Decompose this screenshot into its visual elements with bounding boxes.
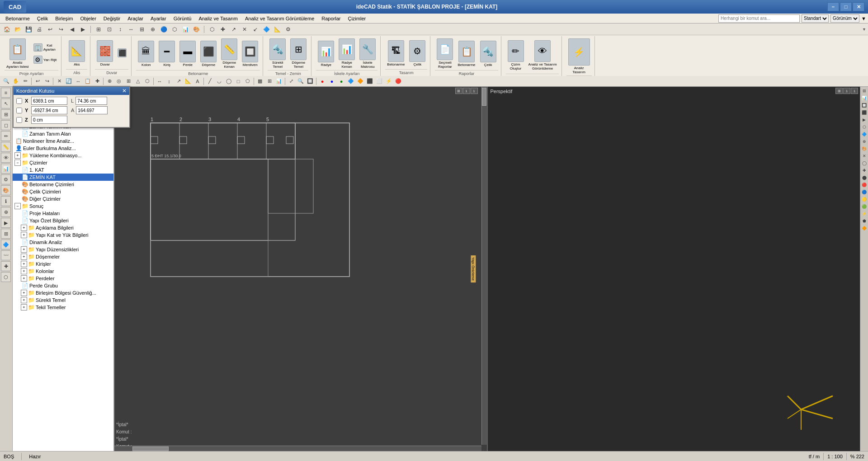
wr-icon11[interactable]: ◯ xyxy=(861,160,868,166)
vp-ctrl-3[interactable]: 1 xyxy=(471,88,478,94)
rb-analiz-ayarlari[interactable]: 📋 AnalizAyarları listesi xyxy=(5,37,31,70)
wr-icon18[interactable]: ⚡ xyxy=(861,211,868,217)
menu-goruntu[interactable]: Görüntü xyxy=(170,15,195,22)
vp-ctrl-2[interactable]: 1 xyxy=(463,88,470,94)
coord-x-checkbox[interactable] xyxy=(16,98,22,104)
t2-undo[interactable]: ↩ xyxy=(33,77,42,85)
tree-proje-hatalari[interactable]: 📄 Proje Hataları xyxy=(13,210,113,217)
sidebar-measure[interactable]: 📏 xyxy=(1,142,11,152)
rvp-ctrl-1[interactable]: ⊞ xyxy=(835,88,843,94)
expand-aciklama[interactable]: + xyxy=(21,225,27,231)
coord-y-input[interactable] xyxy=(31,106,67,114)
rb-cizim-olustur[interactable]: ✏ ÇizimOluştur xyxy=(506,39,526,72)
qt-back[interactable]: ◀ xyxy=(67,25,77,34)
t2-zoom-extents[interactable]: ⤢ xyxy=(287,77,296,85)
t2-snap5[interactable]: ⬡ xyxy=(143,77,152,85)
qt-filter[interactable]: ⊞ xyxy=(137,25,147,34)
t2-color3[interactable]: ● xyxy=(337,77,346,85)
expand-surekli-temel[interactable]: + xyxy=(21,297,27,303)
qt-snap4[interactable]: ↔ xyxy=(126,25,136,34)
rb-analiz-tasarim[interactable]: ⚡ AnalizTasarım xyxy=(566,37,592,75)
tree-euler[interactable]: 👤 Euler Burkulma Analiz... xyxy=(13,145,113,152)
t2-snap2[interactable]: ◎ xyxy=(114,77,123,85)
t2-color2[interactable]: ● xyxy=(327,77,336,85)
t2-pan[interactable]: ✋ xyxy=(11,77,20,85)
rb-tasarim-celik[interactable]: ⚙ Çelik xyxy=(407,39,427,68)
sidebar-analyze[interactable]: 📊 xyxy=(1,164,11,174)
rb-doseme-temel[interactable]: ⊞ DöşemeTemel xyxy=(288,37,308,70)
tree-kirisler[interactable]: + 📁 Kirişler xyxy=(13,260,113,268)
sidebar-properties[interactable]: ⊞ xyxy=(1,109,11,119)
tree-yapi-duz[interactable]: + 📁 Yapı Düzensizlikleri xyxy=(13,246,113,253)
t2-grid[interactable]: ⊞ xyxy=(265,77,274,85)
t2-select[interactable]: 🔍 xyxy=(2,77,11,85)
rb-kolon[interactable]: 🏛 Kolon xyxy=(136,39,156,68)
qt-extra7[interactable]: 📐 xyxy=(272,25,282,34)
t2-redo[interactable]: ↪ xyxy=(42,77,52,85)
rb-secmeli-raporlar[interactable]: 📄 SeçmeliRaporlar xyxy=(435,37,455,70)
view-label-select[interactable]: Görünüm xyxy=(830,14,859,23)
qt-color[interactable]: 🎨 xyxy=(191,25,201,34)
t2-dim3[interactable]: ↗ xyxy=(174,77,183,85)
t2-color1[interactable]: ● xyxy=(318,77,327,85)
command-search-input[interactable] xyxy=(718,14,800,23)
rb-duvar2[interactable]: ⬛ xyxy=(116,47,128,59)
rb-radye[interactable]: 📊 Radye xyxy=(316,39,336,68)
qt-extra4[interactable]: ✕ xyxy=(240,25,250,34)
t2-dim1[interactable]: ↔ xyxy=(155,77,164,85)
t2-extra6[interactable]: 🔴 xyxy=(394,77,403,85)
qt-redo[interactable]: ↪ xyxy=(56,25,66,34)
t2-dim4[interactable]: 📐 xyxy=(184,77,193,85)
coord-z-checkbox[interactable] xyxy=(16,117,22,123)
tree-sonuc[interactable]: − 📁 Sonuç xyxy=(13,202,113,210)
rb-doseme[interactable]: ⬛ Döşeme xyxy=(198,39,218,68)
qt-print[interactable]: 🖨 xyxy=(34,25,44,34)
menu-cizimler[interactable]: Çizimler xyxy=(344,15,369,22)
expand-sonuc[interactable]: − xyxy=(14,203,21,209)
wr-icon5[interactable]: ▶ xyxy=(861,117,868,123)
sidebar-annotate[interactable]: ✏ xyxy=(1,131,11,141)
sidebar-select[interactable]: ◻ xyxy=(1,120,11,130)
tree-1kat[interactable]: 📄 1. KAT xyxy=(13,166,113,174)
t2-extra4[interactable]: ⬜ xyxy=(375,77,384,85)
rb-merdiven[interactable]: 🔲 Merdiven xyxy=(240,39,260,68)
rb-kat-ayarlari[interactable]: 🏢 KatAyarları xyxy=(32,42,59,53)
rb-surekli-temel[interactable]: 🔩 SürekliTemel xyxy=(268,37,288,70)
qt-folder-open[interactable]: 📂 xyxy=(13,25,23,34)
t2-snap4[interactable]: △ xyxy=(133,77,142,85)
h-scrollbar-thumb[interactable] xyxy=(132,447,169,451)
qt-ortho[interactable]: ⊕ xyxy=(148,25,158,34)
wr-icon9[interactable]: 🎨 xyxy=(861,146,868,152)
expand-birlesim[interactable]: + xyxy=(21,290,27,296)
h-scrollbar[interactable] xyxy=(114,446,481,451)
sidebar-extra5[interactable]: ✚ xyxy=(1,261,11,271)
menu-analiz-tasarim[interactable]: Analiz ve Tasarım xyxy=(195,15,241,22)
v-scrollbar[interactable] xyxy=(481,87,487,445)
tree-aciklama[interactable]: + 📁 Açıklama Bilgileri xyxy=(13,224,113,231)
expand-yukleme[interactable]: + xyxy=(14,152,21,159)
tree-kolonlar[interactable]: + 📁 Kolonlar xyxy=(13,268,113,275)
tree-yukleme[interactable]: + 📁 Yükleme Kombinasyo... xyxy=(13,152,113,159)
t2-snap1[interactable]: ⊕ xyxy=(105,77,114,85)
t2-move[interactable]: ✚ xyxy=(93,77,102,85)
menu-celik[interactable]: Çelik xyxy=(33,15,52,22)
t2-arc[interactable]: ◡ xyxy=(215,77,224,85)
t2-rotate[interactable]: 🔄 xyxy=(64,77,73,85)
menu-birlesim[interactable]: Birleşim xyxy=(52,15,76,22)
rb-tasarim-betonarme[interactable]: 🏗 Betonarme xyxy=(385,39,406,68)
sidebar-extra1[interactable]: ▶ xyxy=(1,218,11,228)
t2-extra1[interactable]: 🔷 xyxy=(346,77,355,85)
t2-hatch[interactable]: ▩ xyxy=(255,77,264,85)
rb-kiris[interactable]: ━ Kiriş xyxy=(157,39,177,68)
tree-yapi-kat[interactable]: + 📁 Yapı Kat ve Yük Bilgileri xyxy=(13,231,113,239)
tree-diger-ciz[interactable]: 🎨 Diğer Çizimler xyxy=(13,195,113,202)
expand-perdeler[interactable]: + xyxy=(21,275,27,282)
rb-analiz-goruntuleme[interactable]: 👁 Analiz ve TasarımGörüntüleme xyxy=(527,39,559,72)
qt-extra6[interactable]: 🔷 xyxy=(261,25,271,34)
v-scrollbar-thumb[interactable] xyxy=(482,88,486,106)
t2-pencil[interactable]: ✏ xyxy=(21,77,30,85)
coord-box-close-button[interactable]: ✕ xyxy=(122,88,127,94)
rvp-ctrl-3[interactable]: 1 xyxy=(851,88,858,94)
wr-icon2[interactable]: 📊 xyxy=(861,95,868,101)
expand-kolonlar[interactable]: + xyxy=(21,268,27,274)
